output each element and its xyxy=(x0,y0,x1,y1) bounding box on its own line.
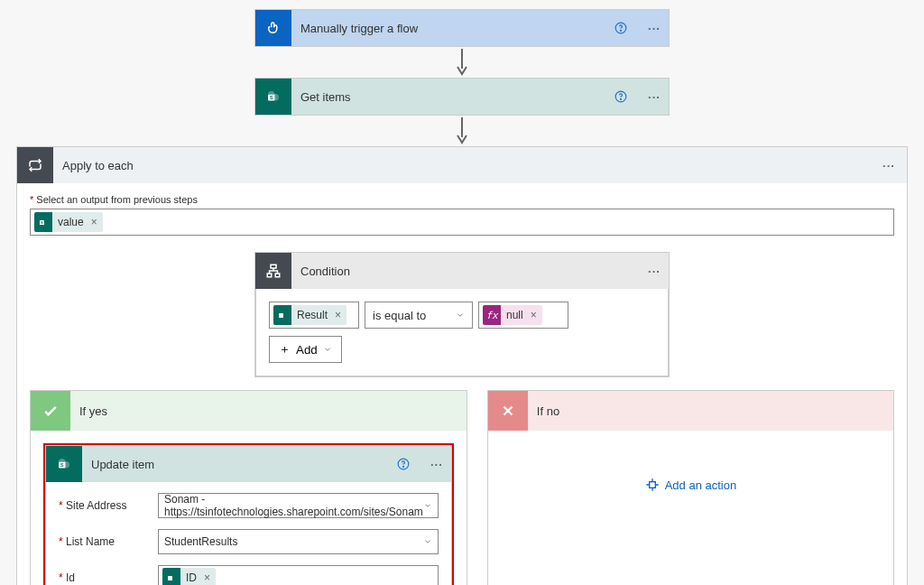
apply-to-each-title: Apply to each xyxy=(53,159,871,172)
trigger-title: Manually trigger a flow xyxy=(291,22,614,35)
remove-token-icon[interactable]: × xyxy=(202,571,216,584)
chevron-down-icon xyxy=(456,311,465,320)
if-no-header: If no xyxy=(488,391,893,431)
trigger-header[interactable]: Manually trigger a flow ··· xyxy=(255,10,669,46)
id-token[interactable]: ID × xyxy=(162,568,216,585)
remove-token-icon[interactable]: × xyxy=(333,309,346,321)
getitems-header[interactable]: S Get items ··· xyxy=(255,79,669,115)
close-icon xyxy=(488,391,528,431)
condition-icon xyxy=(255,253,291,289)
connector-arrow xyxy=(455,47,469,78)
sharepoint-icon: S xyxy=(255,79,291,115)
svg-point-8 xyxy=(621,98,622,99)
getitems-card: S Get items ··· xyxy=(254,78,670,116)
sharepoint-icon xyxy=(273,305,291,325)
svg-rect-24 xyxy=(649,482,655,488)
output-label: Select an output from previous steps xyxy=(30,194,894,205)
site-address-value: Sonam - https://tsinfotechnologies.share… xyxy=(164,493,423,518)
condition-right-input[interactable]: fx null × xyxy=(478,302,568,329)
update-item-header[interactable]: S Update item ··· xyxy=(46,446,451,482)
chevron-down-icon xyxy=(423,501,432,510)
svg-text:S: S xyxy=(60,462,64,468)
list-name-label: List Name xyxy=(59,535,149,548)
if-no-title: If no xyxy=(528,404,559,418)
svg-point-21 xyxy=(402,466,403,467)
svg-point-1 xyxy=(621,30,622,31)
condition-body: Result × is equal to xyxy=(255,289,669,376)
apply-to-each-header[interactable]: Apply to each ··· xyxy=(17,147,907,183)
condition-header[interactable]: Condition ··· xyxy=(255,253,669,289)
id-label: Id xyxy=(59,571,149,584)
update-item-card: S Update item ··· xyxy=(45,445,452,585)
id-input[interactable]: ID × xyxy=(158,565,439,585)
connector-arrow xyxy=(455,116,469,146)
if-yes-branch: If yes S Update item xyxy=(30,390,467,585)
plus-icon: ＋ xyxy=(279,341,291,358)
svg-rect-13 xyxy=(267,274,272,277)
highlighted-action: S Update item ··· xyxy=(43,443,454,585)
more-icon[interactable]: ··· xyxy=(422,458,451,471)
svg-rect-15 xyxy=(279,313,283,318)
sharepoint-icon: S xyxy=(34,212,52,232)
output-input[interactable]: S value × xyxy=(30,209,894,236)
chevron-down-icon xyxy=(423,537,432,546)
more-icon[interactable]: ··· xyxy=(871,159,907,172)
fx-icon: fx xyxy=(483,305,501,325)
if-yes-title: If yes xyxy=(70,404,107,418)
remove-token-icon[interactable]: × xyxy=(529,309,542,321)
add-action-label: Add an action xyxy=(665,478,737,492)
token-label: Result xyxy=(291,309,333,321)
site-address-select[interactable]: Sonam - https://tsinfotechnologies.share… xyxy=(158,493,439,518)
svg-rect-14 xyxy=(275,274,280,277)
more-icon[interactable]: ··· xyxy=(640,90,669,104)
if-yes-header: If yes xyxy=(31,391,467,431)
add-label: Add xyxy=(296,343,318,357)
condition-left-input[interactable]: Result × xyxy=(269,302,359,329)
list-name-value: StudentResults xyxy=(164,535,237,548)
add-action-button[interactable]: Add an action xyxy=(488,431,893,539)
token-label: ID xyxy=(180,571,202,584)
trigger-card: Manually trigger a flow ··· xyxy=(254,9,670,47)
token-label: null xyxy=(501,309,529,321)
condition-card: Condition ··· Result × xyxy=(254,252,670,377)
chevron-down-icon xyxy=(323,345,332,354)
null-token[interactable]: fx null × xyxy=(483,305,542,325)
result-token[interactable]: Result × xyxy=(273,305,346,325)
svg-text:S: S xyxy=(270,95,273,100)
help-icon[interactable] xyxy=(397,458,422,470)
value-token[interactable]: S value × xyxy=(34,212,103,232)
operator-label: is equal to xyxy=(373,309,426,322)
apply-to-each-card: Apply to each ··· Select an output from … xyxy=(16,146,908,585)
if-no-branch: If no Add an action xyxy=(487,390,894,585)
getitems-title: Get items xyxy=(291,90,614,104)
check-icon xyxy=(31,391,70,431)
touch-icon xyxy=(255,10,291,46)
loop-icon xyxy=(17,147,53,183)
list-name-select[interactable]: StudentResults xyxy=(158,529,439,554)
sharepoint-icon: S xyxy=(46,446,82,482)
token-label: value xyxy=(52,216,89,228)
condition-title: Condition xyxy=(291,265,640,278)
remove-token-icon[interactable]: × xyxy=(89,216,103,228)
more-icon[interactable]: ··· xyxy=(640,22,669,35)
svg-rect-12 xyxy=(271,265,276,268)
site-address-label: Site Address xyxy=(59,499,149,512)
sharepoint-icon xyxy=(162,568,180,585)
condition-operator-select[interactable]: is equal to xyxy=(365,302,473,329)
svg-rect-22 xyxy=(168,576,172,580)
more-icon[interactable]: ··· xyxy=(640,265,669,278)
insert-icon xyxy=(645,478,660,492)
update-item-title: Update item xyxy=(82,458,397,471)
help-icon[interactable] xyxy=(614,22,640,34)
help-icon[interactable] xyxy=(614,90,640,103)
add-condition-button[interactable]: ＋ Add xyxy=(269,336,342,363)
